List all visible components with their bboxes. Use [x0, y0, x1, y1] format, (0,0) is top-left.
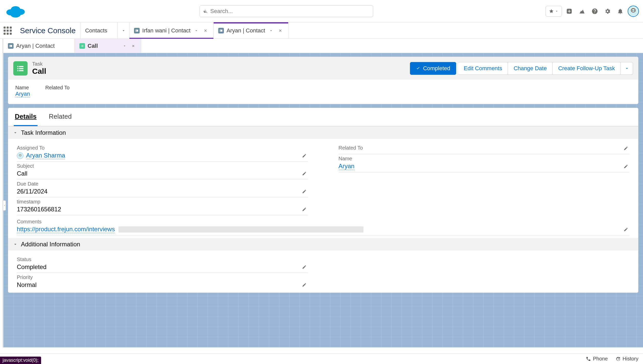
- global-search[interactable]: [200, 5, 373, 17]
- field-value: 26/11/2024: [17, 188, 308, 195]
- edit-field-button[interactable]: [301, 170, 308, 177]
- edit-field-button[interactable]: [301, 206, 308, 213]
- pencil-icon: [624, 164, 628, 169]
- edit-field-button[interactable]: [301, 281, 308, 288]
- chevron-down-icon: [13, 242, 18, 247]
- pencil-icon: [302, 171, 307, 176]
- field-label: Name: [338, 156, 629, 162]
- help-button[interactable]: [589, 6, 600, 17]
- highlights-panel: Task Call Completed Edit Comments Change…: [8, 57, 638, 104]
- subtab-label: Aryan | Contact: [16, 43, 55, 49]
- change-date-button[interactable]: Change Date: [508, 62, 553, 75]
- chevron-down-icon: [123, 44, 126, 48]
- subtab[interactable]: Aryan | Contact: [3, 39, 75, 53]
- nav-item-menu[interactable]: [118, 22, 129, 39]
- nav-item-contacts[interactable]: Contacts: [80, 22, 118, 39]
- caret-down-icon: [625, 66, 629, 71]
- edit-field-button[interactable]: [301, 152, 308, 159]
- salesforce-logo: [4, 4, 27, 19]
- edit-field-button[interactable]: [622, 145, 629, 152]
- field-label: Related To: [338, 145, 629, 151]
- chevron-down-icon: [555, 9, 559, 13]
- app-launcher-button[interactable]: [0, 22, 15, 39]
- name-link[interactable]: Aryan: [338, 163, 355, 170]
- field-value: 1732601656812: [17, 206, 308, 213]
- phone-icon: [586, 356, 591, 361]
- create-followup-button[interactable]: Create Follow-Up Task: [553, 62, 621, 75]
- tab-menu-button[interactable]: [193, 27, 200, 34]
- assigned-to-link[interactable]: Aryan Sharma: [26, 152, 65, 159]
- utility-bar: Phone History: [0, 353, 643, 364]
- avatar-astro-icon: [629, 7, 638, 16]
- more-actions-button[interactable]: [621, 62, 633, 75]
- svg-point-13: [19, 154, 21, 156]
- workspace-tab[interactable]: Aryan | Contact: [214, 22, 288, 39]
- chevron-down-icon: [269, 29, 273, 33]
- field-label: Subject: [17, 163, 308, 169]
- global-header: [0, 0, 643, 22]
- app-name: Service Console: [15, 22, 80, 39]
- pencil-icon: [302, 189, 307, 194]
- detail-tabbar: Details Related: [8, 108, 638, 126]
- field-label: Comments: [17, 219, 629, 225]
- trailhead-button[interactable]: [577, 6, 587, 17]
- chevron-down-icon: [13, 130, 18, 135]
- subtab[interactable]: Call: [75, 39, 141, 53]
- subtab-close-button[interactable]: [130, 43, 136, 49]
- field-label: Assigned To: [17, 145, 308, 151]
- waffle-icon: [4, 27, 12, 35]
- workspace-tab-label: Irfan wani | Contact: [142, 27, 190, 34]
- check-icon: [416, 66, 420, 71]
- contact-icon: [8, 43, 14, 49]
- close-icon: [203, 29, 208, 33]
- pencil-icon: [302, 207, 307, 212]
- global-search-input[interactable]: [210, 8, 369, 15]
- edit-field-button[interactable]: [301, 188, 308, 195]
- edit-field-button[interactable]: [622, 163, 629, 170]
- compact-field-label: Name: [15, 85, 30, 91]
- user-avatar[interactable]: [628, 6, 639, 17]
- global-add-button[interactable]: [564, 6, 575, 17]
- mark-completed-button[interactable]: Completed: [410, 62, 456, 75]
- browser-status-link: javascript:void(0);: [0, 357, 41, 364]
- app-nav: Service Console Contacts Irfan wani | Co…: [0, 22, 643, 39]
- close-icon: [131, 44, 135, 48]
- subtab-menu-button[interactable]: [122, 43, 128, 49]
- contact-icon: [218, 28, 224, 33]
- field-label: timestamp: [17, 199, 308, 205]
- edit-comments-button[interactable]: Edit Comments: [458, 62, 508, 75]
- star-icon: [549, 9, 554, 14]
- field-value: Normal: [17, 281, 308, 288]
- tab-details[interactable]: Details: [14, 108, 38, 126]
- comments-link[interactable]: https://product.frejun.com/interviews: [17, 226, 115, 233]
- utility-phone[interactable]: Phone: [586, 356, 608, 362]
- workspace-tab[interactable]: Irfan wani | Contact: [129, 22, 214, 39]
- tab-close-button[interactable]: [277, 27, 284, 34]
- compact-name-link[interactable]: Aryan: [15, 91, 30, 97]
- edit-field-button[interactable]: [301, 263, 308, 271]
- section-additional-information[interactable]: Additional Information: [8, 238, 638, 250]
- setup-button[interactable]: [602, 6, 613, 17]
- field-value: Completed: [17, 263, 308, 271]
- record-canvas: Task Call Completed Edit Comments Change…: [2, 53, 643, 347]
- question-icon: [591, 8, 598, 15]
- edit-field-button[interactable]: [622, 226, 629, 233]
- tab-menu-button[interactable]: [268, 27, 274, 34]
- utility-history[interactable]: History: [615, 356, 638, 362]
- task-icon: [79, 43, 85, 49]
- subtab-bar: Aryan | Contact Call: [2, 39, 643, 53]
- favorites-button[interactable]: [545, 6, 562, 17]
- svg-point-9: [634, 10, 635, 10]
- notifications-button[interactable]: [615, 6, 626, 17]
- user-avatar-icon: [17, 152, 23, 159]
- tab-close-button[interactable]: [202, 27, 209, 34]
- pencil-icon: [302, 283, 307, 287]
- subtab-label: Call: [88, 43, 98, 49]
- record-title: Call: [32, 67, 46, 76]
- section-task-information[interactable]: Task Information: [8, 126, 638, 139]
- tab-related[interactable]: Related: [48, 108, 73, 126]
- chevron-down-icon: [121, 28, 126, 33]
- nav-item-label: Contacts: [85, 27, 107, 34]
- field-label: Priority: [17, 274, 308, 280]
- search-icon: [203, 9, 208, 14]
